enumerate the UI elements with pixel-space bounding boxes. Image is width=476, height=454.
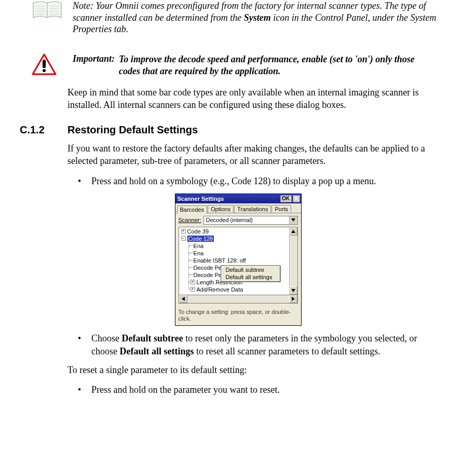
svg-rect-0 [43,60,46,68]
collapse-icon[interactable]: − [181,236,186,241]
tab-ports[interactable]: Ports [271,205,291,213]
expand-icon[interactable]: + [191,280,195,284]
ok-button[interactable]: OK [280,195,292,202]
scroll-left-icon[interactable] [179,295,187,303]
expand-icon[interactable]: + [191,287,195,292]
section-heading: C.1.2 Restoring Default Settings [16,124,460,136]
important-text: To improve the decode speed and performa… [119,53,460,78]
titlebar: Scanner Settings OK × [175,194,301,203]
bullet-choose-default: Choose Default subtree to reset only the… [91,332,445,357]
bullet-marker: • [78,383,91,396]
close-icon[interactable]: × [293,195,300,202]
bullet-marker: • [78,332,91,357]
scanner-label: Scanner: [179,217,201,223]
paragraph-intro: Keep in mind that some bar code types ar… [67,86,445,112]
svg-point-1 [43,69,46,72]
scanner-settings-window: Scanner Settings OK × Barcodes Options T… [175,194,302,326]
bullet-marker: • [78,175,91,187]
tab-options[interactable]: Options [208,205,234,213]
scroll-up-icon[interactable] [290,227,297,236]
hint-text: To change a setting: press space, or dou… [175,306,301,325]
bullet-press-hold-param: Press and hold on the parameter you want… [91,383,445,396]
context-menu: Default subtree Default all settings [221,265,281,282]
vertical-scrollbar[interactable] [289,227,297,295]
scroll-right-icon[interactable] [289,295,297,303]
section-title: Restoring Default Settings [67,124,198,136]
paragraph-restore: If you want to restore the factory defau… [67,142,445,168]
warning-icon [31,53,63,78]
bullet-press-hold: Press and hold on a symbology (e.g., Cod… [91,175,445,187]
scanner-select-value: Decoded (internal) [204,217,289,223]
tab-translations[interactable]: Translations [234,205,271,213]
paragraph-reset-single: To reset a single parameter to its defau… [67,364,445,376]
book-icon [31,0,63,22]
menu-default-all[interactable]: Default all settings [222,273,280,281]
horizontal-scrollbar[interactable] [179,295,298,304]
important-label: Important: [73,53,115,64]
section-number: C.1.2 [16,124,67,136]
tab-barcodes[interactable]: Barcodes [177,205,207,214]
chevron-down-icon[interactable] [289,216,297,224]
scanner-select[interactable]: Decoded (internal) [203,216,298,225]
menu-default-subtree[interactable]: Default subtree [222,266,280,273]
scroll-down-icon[interactable] [290,286,297,295]
symbology-tree[interactable]: +Code 39 −Code 128 ├─Ena ├─Ena ├─Enable … [179,227,289,295]
note-prefix: Note: [73,1,93,11]
expand-icon[interactable]: + [181,229,186,233]
tree-selected-code128[interactable]: Code 128 [187,236,214,242]
window-title: Scanner Settings [178,196,279,202]
tab-bar: Barcodes Options Translations Ports [175,203,301,213]
note-text: Note: Your Omnii comes preconfigured fro… [73,0,460,35]
